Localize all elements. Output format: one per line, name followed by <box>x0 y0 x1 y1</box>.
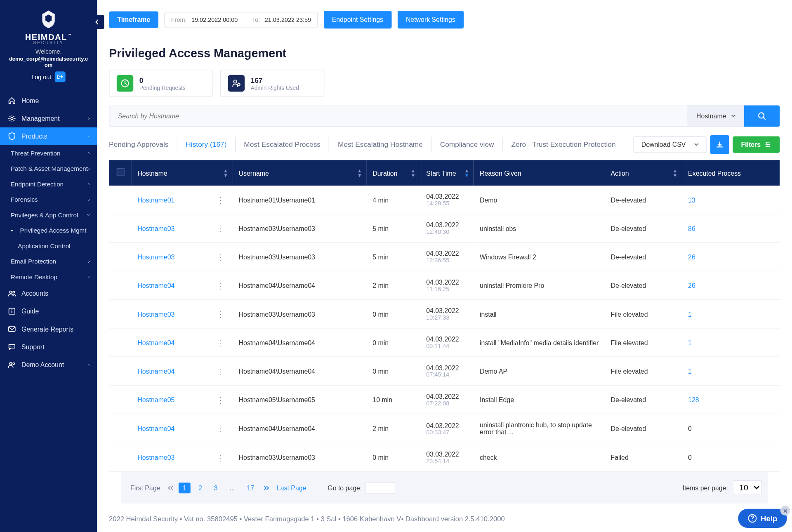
download-button[interactable] <box>710 135 729 154</box>
pager-num[interactable]: 3 <box>210 483 222 493</box>
executed-cell[interactable]: 1 <box>682 300 780 328</box>
kebab-icon[interactable]: ⋮ <box>214 424 227 433</box>
heimdal-logo-icon <box>38 9 59 30</box>
hostname-link[interactable]: Hostname04 <box>137 339 174 346</box>
hostname-link[interactable]: Hostname03 <box>137 311 174 318</box>
reason-cell: Windows Firewall 2 <box>474 242 605 271</box>
executed-cell[interactable]: 1 <box>682 328 780 357</box>
kebab-icon[interactable]: ⋮ <box>214 395 227 404</box>
hostname-link[interactable]: Hostname03 <box>137 225 174 232</box>
nav-threat[interactable]: Threat Prevention› <box>0 145 97 161</box>
checkbox-icon[interactable] <box>116 168 124 176</box>
search-type-select[interactable]: Hostname <box>687 105 744 127</box>
col-duration[interactable]: Duration▲▼ <box>367 160 420 186</box>
hostname-link[interactable]: Hostname03 <box>137 253 174 260</box>
col-username[interactable]: Username▲▼ <box>233 160 367 186</box>
action-cell: File elevated <box>605 328 682 357</box>
tab-history[interactable]: History (167) <box>177 137 236 153</box>
nav-endpoint-detection[interactable]: Endpoint Detection› <box>0 176 97 192</box>
executed-cell[interactable]: 26 <box>682 271 780 299</box>
tab-escalating[interactable]: Most Escalating Hostname <box>330 137 432 153</box>
nav-reports[interactable]: Generate Reports <box>0 320 97 338</box>
hostname-link[interactable]: Hostname01 <box>137 196 174 203</box>
search-button[interactable] <box>744 105 780 127</box>
nav-guide[interactable]: Guide <box>0 302 97 320</box>
executed-cell[interactable]: 13 <box>682 186 780 214</box>
endpoint-settings-button[interactable]: Endpoint Settings <box>323 11 391 28</box>
executed-cell[interactable]: 128 <box>682 385 780 414</box>
nav-home[interactable]: Home <box>0 92 97 109</box>
nav-appcontrol[interactable]: Application Control <box>0 238 97 254</box>
tab-zero[interactable]: Zero - Trust Execution Protection <box>503 137 624 153</box>
close-icon[interactable]: ✕ <box>780 506 790 516</box>
prev-page-btn[interactable] <box>164 483 177 492</box>
envelope-icon <box>7 325 16 333</box>
start-cell: 04.03.202207:22:08 <box>420 385 474 414</box>
col-checkbox[interactable] <box>109 160 132 186</box>
nav-pam[interactable]: Privileged Access Mgmt <box>0 223 97 238</box>
col-hostname[interactable]: Hostname▲▼ <box>132 160 233 186</box>
nav: Home Management › Products › Threat Prev… <box>0 92 97 374</box>
executed-cell[interactable]: 0 <box>682 443 780 471</box>
logout-row[interactable]: Log out <box>6 71 91 82</box>
hostname-link[interactable]: Hostname03 <box>137 454 174 461</box>
main: Timeframe From: 19.02.2022 00:00 To: 21.… <box>97 0 792 532</box>
pager-num[interactable]: 17 <box>243 483 258 493</box>
chevron-right-icon: › <box>88 150 90 156</box>
last-page-btn[interactable]: Last Page <box>273 483 310 493</box>
nav-email[interactable]: Email Protection› <box>0 254 97 269</box>
executed-cell[interactable]: 86 <box>682 214 780 242</box>
filters-button[interactable]: Filters <box>733 136 780 153</box>
kebab-icon[interactable]: ⋮ <box>214 452 227 462</box>
duration-cell: 10 min <box>367 385 420 414</box>
next-page-btn[interactable] <box>260 483 273 492</box>
nav-accounts[interactable]: Accounts <box>0 285 97 302</box>
nav-support[interactable]: Support <box>0 338 97 356</box>
date-range-box[interactable]: From: 19.02.2022 00:00 To: 21.03.2022 23… <box>165 12 318 28</box>
kebab-icon[interactable]: ⋮ <box>214 195 227 205</box>
search-input[interactable] <box>109 105 687 127</box>
col-start[interactable]: Start Time▲▼ <box>420 160 474 186</box>
timeframe-button[interactable]: Timeframe <box>109 11 158 28</box>
kebab-icon[interactable]: ⋮ <box>214 309 227 319</box>
tab-compliance[interactable]: Compliance view <box>431 137 503 153</box>
hostname-link[interactable]: Hostname04 <box>137 282 174 289</box>
nav-products[interactable]: Products › <box>0 127 97 145</box>
hostname-link[interactable]: Hostname04 <box>137 425 174 432</box>
duration-cell: 0 min <box>367 328 420 357</box>
sidebar-collapse-btn[interactable] <box>90 15 104 29</box>
pager-num[interactable]: 1 <box>179 483 191 493</box>
nav-patch[interactable]: Patch & Asset Management› <box>0 161 97 177</box>
tab-escalated[interactable]: Most Escalated Process <box>236 137 330 153</box>
kebab-icon[interactable]: ⋮ <box>214 366 227 376</box>
nav-privileges[interactable]: Privileges & App Control› <box>0 207 97 223</box>
executed-cell[interactable]: 1 <box>682 357 780 385</box>
kebab-icon[interactable]: ⋮ <box>214 280 227 290</box>
per-page-select[interactable]: 10 <box>733 480 762 495</box>
tab-pending[interactable]: Pending Approvals <box>109 137 177 153</box>
pager-num[interactable]: 2 <box>194 483 206 493</box>
kebab-icon[interactable]: ⋮ <box>214 338 227 347</box>
download-csv-select[interactable]: Download CSV <box>634 136 707 153</box>
stat-admin[interactable]: 167 Admin Rights Used <box>220 70 325 97</box>
logout-icon[interactable] <box>55 71 66 82</box>
first-page-btn[interactable]: First Page <box>127 483 164 493</box>
nav-forensics[interactable]: Forensics› <box>0 192 97 207</box>
executed-cell[interactable]: 0 <box>682 414 780 443</box>
goto-input[interactable] <box>365 482 395 494</box>
help-widget[interactable]: Help ✕ <box>738 509 787 528</box>
stat-pending[interactable]: 0 Pending Requests <box>109 70 213 97</box>
kebab-icon[interactable]: ⋮ <box>214 252 227 261</box>
kebab-icon[interactable]: ⋮ <box>214 224 227 233</box>
col-executed: Executed Process <box>682 160 780 186</box>
action-cell: De-elevated <box>605 385 682 414</box>
col-action[interactable]: Action▲▼ <box>605 160 682 186</box>
nav-demo[interactable]: Demo Account › <box>0 356 97 374</box>
nav-remote[interactable]: Remote Desktop› <box>0 269 97 285</box>
network-settings-button[interactable]: Network Settings <box>398 11 464 28</box>
hostname-link[interactable]: Hostname05 <box>137 396 174 403</box>
nav-management[interactable]: Management › <box>0 110 97 127</box>
username-cell: Hostname05\Username05 <box>233 385 367 414</box>
hostname-link[interactable]: Hostname04 <box>137 367 174 374</box>
executed-cell[interactable]: 26 <box>682 242 780 271</box>
